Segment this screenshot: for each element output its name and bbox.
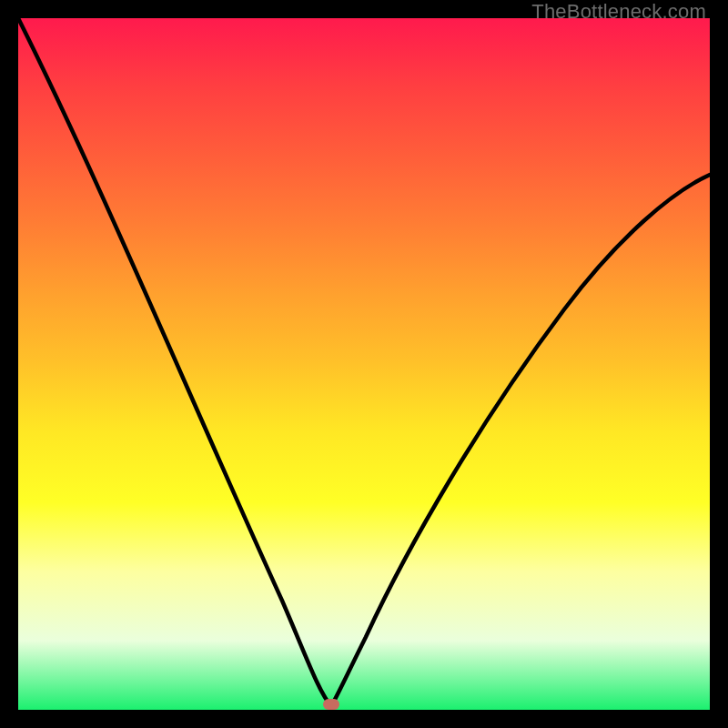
plot-area [18,18,710,710]
bottleneck-curve [18,18,710,710]
watermark-text: TheBottleneck.com [531,0,706,24]
curve-path [18,18,710,706]
bottleneck-marker [323,699,339,710]
outer-frame: TheBottleneck.com [0,0,728,728]
